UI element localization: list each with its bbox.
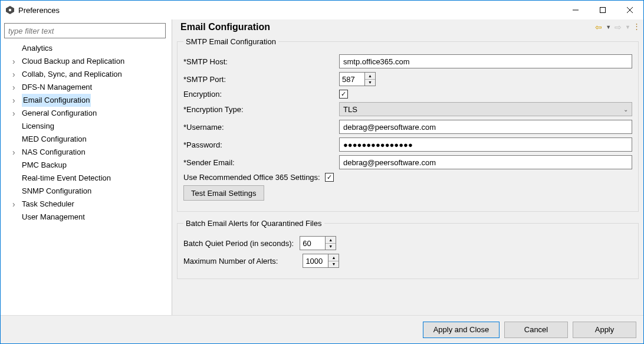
max-alerts-label: Maximum Number of Alerts:	[183, 257, 300, 266]
chevron-right-icon[interactable]: ›	[12, 94, 19, 107]
smtp-port-input[interactable]	[339, 72, 365, 86]
tree-item-med-configuration[interactable]: MED Configuration	[12, 133, 168, 146]
apply-and-close-button[interactable]: Apply and Close	[423, 322, 500, 338]
smtp-group: SMTP Email Configuration *SMTP Host: *SM…	[177, 37, 639, 212]
max-alerts-input[interactable]	[303, 254, 328, 268]
sender-email-label: *Sender Email:	[183, 158, 337, 167]
chevron-right-icon[interactable]: ›	[12, 198, 19, 211]
tree-item-general-configuration[interactable]: ›General Configuration	[12, 107, 168, 120]
password-input[interactable]	[339, 137, 632, 152]
username-label: *Username:	[183, 123, 337, 132]
tree-item-label: Licensing	[22, 120, 54, 133]
tree-item-task-scheduler[interactable]: ›Task Scheduler	[12, 198, 168, 211]
svg-rect-3	[600, 8, 606, 13]
chevron-right-icon[interactable]: ›	[12, 68, 19, 81]
spin-up-icon[interactable]: ▲	[365, 73, 375, 80]
smtp-host-label: *SMTP Host:	[183, 57, 337, 66]
apply-button[interactable]: Apply	[573, 322, 636, 338]
encryption-type-label: *Encryption Type:	[183, 105, 337, 114]
preferences-tree: Analytics›Cloud Backup and Replication›C…	[4, 42, 168, 224]
chevron-right-icon[interactable]: ›	[12, 81, 19, 94]
filter-input[interactable]	[4, 23, 166, 38]
tree-item-dfs-n-management[interactable]: ›DFS-N Management	[12, 81, 168, 94]
chevron-right-icon[interactable]: ›	[12, 107, 19, 120]
batch-group-legend: Batch Email Alerts for Quarantined Files	[183, 219, 324, 228]
max-alerts-spinner[interactable]: ▲▼	[303, 254, 339, 268]
sidebar: Analytics›Cloud Backup and Replication›C…	[1, 19, 172, 315]
smtp-port-spinner[interactable]: ▲▼	[339, 72, 376, 86]
smtp-port-label: *SMTP Port:	[183, 75, 337, 84]
encryption-type-select[interactable]: TLS ⌄	[339, 102, 632, 116]
batch-group: Batch Email Alerts for Quarantined Files…	[177, 219, 639, 279]
tree-item-nas-configuration[interactable]: ›NAS Configuration	[12, 146, 168, 159]
tree-item-label: Task Scheduler	[22, 198, 74, 211]
tree-item-user-management[interactable]: User Management	[12, 211, 168, 224]
password-label: *Password:	[183, 140, 337, 149]
window-title: Preferences	[18, 6, 60, 15]
spin-down-icon[interactable]: ▼	[328, 261, 339, 268]
tree-item-label: User Management	[22, 211, 85, 224]
tree-item-label: MED Configuration	[22, 133, 87, 146]
quiet-period-spinner[interactable]: ▲▼	[300, 236, 336, 250]
tree-item-label: Collab, Sync, and Replication	[22, 68, 122, 81]
smtp-group-legend: SMTP Email Configuration	[183, 37, 278, 46]
tree-item-email-configuration[interactable]: ›Email Configuration	[12, 94, 168, 107]
tree-item-real-time-event-detection[interactable]: Real-time Event Detection	[12, 172, 168, 185]
titlebar: Preferences	[1, 1, 643, 19]
main-panel: Email Configuration ⇦ ▼ ⇨ ▼ SMTP Email C…	[172, 19, 643, 315]
tree-item-label: General Configuration	[22, 107, 97, 120]
tree-item-collab-sync-and-replication[interactable]: ›Collab, Sync, and Replication	[12, 68, 168, 81]
app-icon	[5, 5, 15, 15]
tree-item-snmp-configuration[interactable]: SNMP Configuration	[12, 185, 168, 198]
tree-item-label: DFS-N Management	[22, 81, 92, 94]
spin-down-icon[interactable]: ▼	[326, 244, 336, 250]
forward-dropdown-icon: ▼	[625, 23, 630, 31]
encryption-label: Encryption:	[183, 90, 337, 99]
tree-item-label: Real-time Event Detection	[22, 172, 111, 185]
spin-down-icon[interactable]: ▼	[365, 80, 375, 86]
username-input[interactable]	[339, 120, 632, 134]
encryption-type-value: TLS	[343, 105, 357, 114]
tree-item-cloud-backup-and-replication[interactable]: ›Cloud Backup and Replication	[12, 55, 168, 68]
close-button[interactable]	[616, 1, 643, 19]
smtp-host-input[interactable]	[339, 54, 632, 68]
tree-item-label: SNMP Configuration	[22, 185, 91, 198]
spin-up-icon[interactable]: ▲	[328, 254, 339, 261]
svg-point-1	[9, 9, 11, 11]
chevron-right-icon[interactable]: ›	[12, 55, 19, 68]
chevron-down-icon: ⌄	[623, 106, 628, 113]
tree-item-licensing[interactable]: Licensing	[12, 120, 168, 133]
tree-item-label: Analytics	[22, 42, 52, 55]
main-header: Email Configuration ⇦ ▼ ⇨ ▼	[172, 19, 643, 37]
tree-item-label: PMC Backup	[22, 159, 67, 172]
tree-item-label: Email Configuration	[22, 94, 91, 107]
tree-item-pmc-backup[interactable]: PMC Backup	[12, 159, 168, 172]
menu-icon[interactable]	[634, 23, 638, 31]
encryption-checkbox[interactable]: ✓	[339, 90, 348, 99]
chevron-right-icon[interactable]: ›	[12, 146, 19, 159]
back-dropdown-icon[interactable]: ▼	[606, 23, 611, 31]
tree-item-label: Cloud Backup and Replication	[22, 55, 124, 68]
window-controls	[562, 1, 643, 19]
maximize-button[interactable]	[589, 1, 616, 19]
sender-email-input[interactable]	[339, 155, 632, 169]
tree-item-label: NAS Configuration	[22, 146, 86, 159]
test-email-button[interactable]: Test Email Settings	[183, 185, 264, 201]
forward-icon: ⇨	[615, 23, 622, 31]
cancel-button[interactable]: Cancel	[504, 322, 568, 338]
use-recommended-checkbox[interactable]: ✓	[325, 173, 334, 182]
footer: Apply and Close Cancel Apply	[1, 315, 643, 343]
back-icon[interactable]: ⇦	[595, 23, 602, 31]
spin-up-icon[interactable]: ▲	[326, 237, 336, 244]
use-recommended-label: Use Recommended Office 365 Settings:	[183, 173, 323, 182]
tree-item-analytics[interactable]: Analytics	[12, 42, 168, 55]
quiet-period-input[interactable]	[300, 236, 326, 250]
minimize-button[interactable]	[562, 1, 589, 19]
quiet-period-label: Batch Quiet Period (in seconds):	[183, 239, 297, 248]
page-title: Email Configuration	[180, 22, 595, 32]
